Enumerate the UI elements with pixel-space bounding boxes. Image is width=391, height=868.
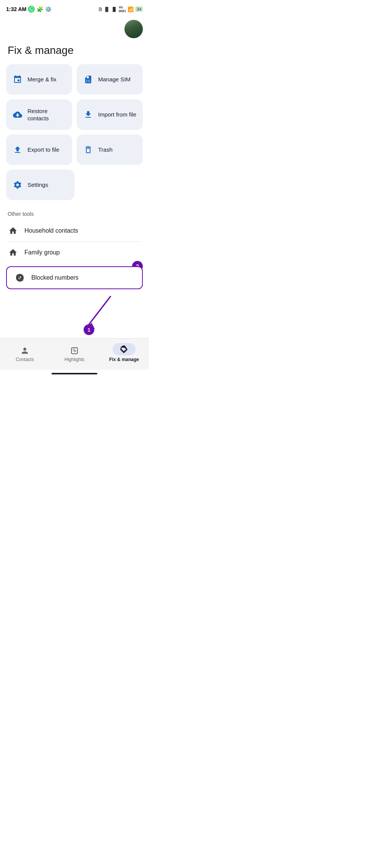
settings-button[interactable]: Settings <box>6 170 74 200</box>
blocked-numbers-container: 2 Blocked numbers <box>0 266 149 289</box>
trash-button[interactable]: Trash <box>77 134 143 165</box>
signal-icon-1: ▐▌ <box>104 7 110 11</box>
settings-card-label: Settings <box>27 181 48 189</box>
fix-manage-nav-label: Fix & manage <box>109 357 139 362</box>
import-icon <box>83 110 94 119</box>
battery-icon: 34 <box>135 6 143 12</box>
settings-row: Settings <box>0 170 149 200</box>
highlights-nav-label: Highlights <box>65 357 85 362</box>
export-to-file-label: Export to file <box>27 146 59 154</box>
settings-notif-icon: ⚙️ <box>45 6 52 13</box>
trash-label: Trash <box>98 146 113 154</box>
household-contacts-label: Household contacts <box>24 227 78 234</box>
import-from-file-button[interactable]: Import from file <box>77 99 143 130</box>
wifi-icon: 📶 <box>128 6 134 12</box>
blocked-numbers-item[interactable]: Blocked numbers <box>6 266 143 289</box>
export-icon <box>12 145 23 154</box>
fix-manage-nav-bg <box>113 343 136 355</box>
contacts-nav-label: Contacts <box>16 357 34 362</box>
blocked-numbers-label: Blocked numbers <box>31 274 79 281</box>
nav-fix-manage[interactable]: Fix & manage <box>99 342 149 364</box>
svg-text:1: 1 <box>87 327 90 333</box>
nav-highlights[interactable]: Highlights <box>50 345 99 364</box>
restore-contacts-button[interactable]: Restore contacts <box>6 99 72 130</box>
signal-icon-2: ▐▌ <box>111 7 117 11</box>
manage-sim-button[interactable]: Manage SIM <box>77 64 143 95</box>
bottom-home-indicator <box>52 373 97 374</box>
cards-grid-row3: Export to file Trash <box>0 134 149 165</box>
whatsapp-icon <box>28 6 35 13</box>
nav-contacts[interactable]: Contacts <box>0 345 50 364</box>
other-tools-title: Other tools <box>0 205 149 220</box>
family-group-label: Family group <box>24 249 60 256</box>
contacts-nav-icon <box>20 346 29 355</box>
import-from-file-label: Import from file <box>98 111 136 118</box>
manage-sim-label: Manage SIM <box>98 76 131 83</box>
status-right: 𝔹 ▐▌ ▐▌ VoWiFi 📶 34 <box>99 5 143 13</box>
status-time: 1:32 AM <box>6 6 26 12</box>
page-title: Fix & manage <box>0 41 149 64</box>
blocked-icon <box>15 273 25 282</box>
family-icon <box>8 248 18 257</box>
restore-icon <box>12 110 23 119</box>
puzzle-icon: 🧩 <box>36 6 43 13</box>
merge-icon <box>12 75 23 84</box>
highlights-nav-icon <box>70 346 79 355</box>
trash-icon <box>83 145 94 154</box>
household-contacts-item[interactable]: Household contacts <box>0 220 149 241</box>
export-to-file-button[interactable]: Export to file <box>6 134 72 165</box>
header-row <box>0 17 149 41</box>
avatar[interactable] <box>124 20 143 38</box>
arrow-annotation: 1 <box>0 292 149 338</box>
cards-grid-row2: Restore contacts Import from file <box>0 99 149 130</box>
merge-fix-button[interactable]: Merge & fix <box>6 64 72 95</box>
svg-line-2 <box>88 296 111 326</box>
restore-contacts-label: Restore contacts <box>27 107 66 122</box>
sim-icon <box>83 75 94 84</box>
family-group-item[interactable]: Family group <box>0 242 149 263</box>
bluetooth-icon: 𝔹 <box>99 6 102 12</box>
merge-fix-label: Merge & fix <box>27 76 57 83</box>
status-left: 1:32 AM 🧩 ⚙️ <box>6 6 52 13</box>
cards-grid-row1: Merge & fix Manage SIM <box>0 64 149 95</box>
settings-card-icon <box>12 180 23 189</box>
bottom-nav: Contacts Highlights Fix & manage <box>0 338 149 370</box>
household-icon <box>8 226 18 235</box>
status-bar: 1:32 AM 🧩 ⚙️ 𝔹 ▐▌ ▐▌ VoWiFi 📶 34 <box>0 0 149 17</box>
vowifi-icon: VoWiFi <box>119 5 126 13</box>
